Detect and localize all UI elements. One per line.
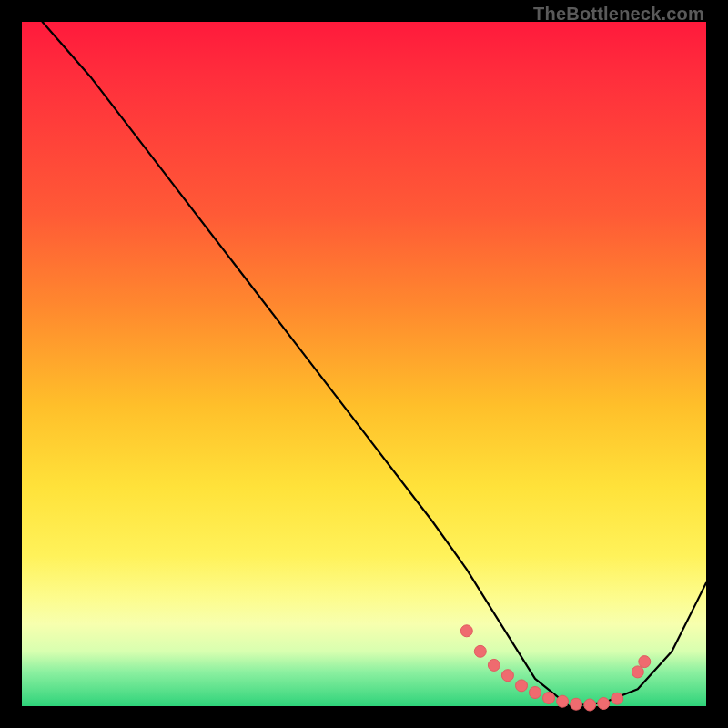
marker-dot: [530, 687, 541, 699]
marker-dot: [488, 659, 500, 671]
marker-dot: [543, 693, 555, 704]
marker-dot: [639, 656, 651, 668]
curve-layer: [22, 22, 706, 706]
marker-dot: [501, 670, 513, 682]
marker-dot: [516, 680, 528, 692]
marker-dot: [598, 698, 610, 710]
bottleneck-curve: [43, 22, 706, 706]
marker-dot: [460, 625, 472, 637]
chart-frame: TheBottleneck.com: [0, 0, 728, 728]
marker-dot: [557, 695, 569, 707]
marker-dot: [612, 693, 623, 704]
marker-dot: [571, 698, 582, 710]
gradient-plot-area: [22, 22, 706, 706]
marker-dot: [584, 699, 596, 711]
curve-markers: [460, 625, 651, 711]
marker-dot: [474, 645, 486, 657]
marker-dot: [632, 666, 643, 678]
